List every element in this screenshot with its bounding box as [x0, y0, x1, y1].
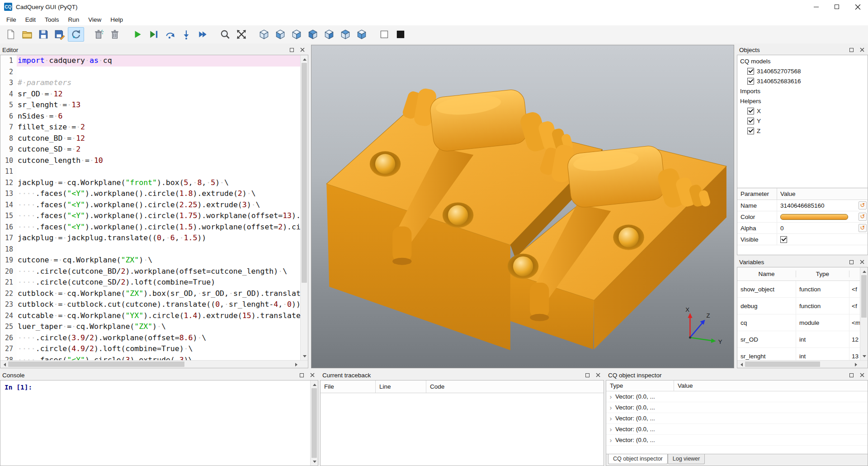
scrollbar-thumb[interactable]	[8, 361, 184, 367]
item-checkbox[interactable]	[747, 68, 754, 75]
item-checkbox[interactable]	[747, 118, 754, 124]
code-line[interactable]: 27····.circle(4.9/2).loft(combine=True)·…	[0, 343, 300, 355]
code-line[interactable]: 4sr_OD·=·12	[0, 89, 300, 100]
scroll-left-button[interactable]	[737, 361, 745, 368]
scroll-down-button[interactable]	[860, 352, 868, 360]
inspector-row[interactable]: ›Vector: (0.0, ...	[606, 402, 868, 413]
expand-icon[interactable]: ›	[606, 414, 615, 422]
save-button[interactable]	[35, 27, 52, 42]
view-left-button[interactable]	[305, 27, 321, 42]
scrollbar-thumb[interactable]	[861, 275, 867, 318]
shaded-button[interactable]	[392, 27, 409, 42]
maximize-button[interactable]	[826, 0, 847, 14]
editor-float-button[interactable]	[288, 46, 295, 53]
inspector-float-button[interactable]	[848, 371, 855, 379]
visible-checkbox[interactable]	[780, 236, 787, 243]
view-back-button[interactable]	[288, 27, 305, 42]
inspector-row[interactable]: ›Vector: (0.0, ...	[606, 424, 868, 435]
delete-button[interactable]	[107, 27, 123, 42]
console-close-button[interactable]	[309, 371, 316, 379]
variable-row[interactable]: sr_ODint12	[737, 331, 860, 348]
view-bottom-button[interactable]	[354, 27, 370, 42]
clear-all-button[interactable]	[90, 27, 107, 42]
code-line[interactable]: 24cutcable·=·cq.Workplane("YX").circle(1…	[0, 310, 300, 322]
variables-horizontal-scrollbar[interactable]	[737, 360, 868, 368]
code-line[interactable]: 5sr_lenght·=·13	[0, 100, 300, 111]
inspector-row[interactable]: ›Vector: (0.0, ...	[606, 413, 868, 424]
menu-edit[interactable]: Edit	[21, 15, 40, 24]
step-into-button[interactable]	[178, 27, 194, 42]
scroll-left-button[interactable]	[0, 361, 8, 368]
code-line[interactable]: 13····.faces("<Y").workplane().circle(1.…	[0, 188, 300, 200]
expand-icon[interactable]: ›	[606, 425, 615, 433]
property-row-alpha[interactable]: Alpha 0 ↺	[737, 223, 868, 234]
inspector-header-value[interactable]: Value	[674, 382, 868, 389]
tab-log-viewer[interactable]: Log viewer	[668, 454, 705, 464]
property-row-color[interactable]: Color ↺	[737, 211, 868, 223]
code-line[interactable]: 16····.faces("<Y").workplane().circle(1.…	[0, 222, 300, 233]
variable-row[interactable]: show_objectfunction<f	[737, 281, 860, 298]
render-button[interactable]	[129, 27, 146, 42]
item-checkbox[interactable]	[747, 78, 754, 85]
traceback-header-line[interactable]: Line	[376, 380, 426, 393]
scroll-up-button[interactable]	[860, 267, 868, 275]
editor-vertical-scrollbar[interactable]	[300, 55, 308, 360]
objects-float-button[interactable]	[848, 46, 855, 53]
properties-header-value[interactable]: Value	[777, 190, 868, 197]
menu-help[interactable]: Help	[106, 15, 127, 24]
traceback-header-code[interactable]: Code	[426, 380, 604, 393]
code-line[interactable]: 11	[0, 166, 300, 177]
item-checkbox[interactable]	[747, 128, 754, 134]
scrollbar-thumb[interactable]	[311, 388, 317, 458]
tree-item[interactable]: Imports	[737, 86, 868, 96]
variables-header-name[interactable]: Name	[737, 271, 796, 277]
scrollbar-thumb[interactable]	[745, 361, 820, 367]
traceback-header-file[interactable]: File	[321, 380, 376, 393]
code-line[interactable]: 14····.faces("<Y").workplane().circle(2.…	[0, 200, 300, 211]
tree-item[interactable]: 3140652683616	[737, 76, 868, 86]
scroll-right-button[interactable]	[292, 361, 300, 368]
expand-icon[interactable]: ›	[606, 393, 615, 400]
expand-icon[interactable]: ›	[606, 404, 615, 411]
variables-vertical-scrollbar[interactable]	[860, 267, 868, 360]
scroll-up-button[interactable]	[311, 380, 318, 388]
code-line[interactable]: 2	[0, 67, 300, 78]
menu-view[interactable]: View	[84, 15, 106, 24]
tree-item[interactable]: 3140652707568	[737, 66, 868, 76]
properties-header-parameter[interactable]: Parameter	[737, 188, 777, 200]
console-input[interactable]: In [1]:	[0, 380, 310, 466]
view-front-button[interactable]	[272, 27, 288, 42]
variable-row[interactable]: cqmodule<m	[737, 314, 860, 331]
code-line[interactable]: 26····.circle(3.9/2).workplane(offset=8.…	[0, 333, 300, 344]
tree-item[interactable]: Helpers	[737, 96, 868, 106]
property-row-name[interactable]: Name 3140646685160 ↺	[737, 200, 868, 211]
menu-run[interactable]: Run	[64, 15, 84, 24]
tab-cq-object-inspector[interactable]: CQ object inspector	[608, 454, 668, 464]
wireframe-button[interactable]	[376, 27, 392, 42]
scroll-down-button[interactable]	[311, 458, 318, 466]
inspector-header-type[interactable]: Type	[606, 380, 674, 391]
variable-row[interactable]: sr_lenghtint13	[737, 348, 860, 360]
open-file-button[interactable]	[19, 27, 35, 42]
traceback-close-button[interactable]	[594, 371, 602, 379]
code-line[interactable]: 10cutcone_length·=·10	[0, 155, 300, 166]
variables-header-type[interactable]: Type	[796, 271, 849, 277]
code-line[interactable]: 7fillet_size·=·2	[0, 122, 300, 133]
reset-icon[interactable]: ↺	[859, 224, 867, 232]
console-vertical-scrollbar[interactable]	[310, 380, 318, 466]
view-top-button[interactable]	[337, 27, 354, 42]
autoreload-toggle-button[interactable]	[68, 27, 84, 42]
code-line[interactable]: 23cutblock·=·cutblock.cut(cutcone).trans…	[0, 299, 300, 310]
minimize-button[interactable]	[806, 0, 826, 14]
debug-button[interactable]	[146, 27, 162, 42]
code-line[interactable]: 9cutcone_SD·=·2	[0, 144, 300, 155]
code-line[interactable]: 20····.circle(cutcone_BD/2).workplane(of…	[0, 266, 300, 277]
view-iso-button[interactable]	[256, 27, 272, 42]
close-button[interactable]	[847, 0, 868, 14]
traceback-float-button[interactable]	[584, 371, 591, 379]
inspector-close-button[interactable]	[859, 371, 866, 379]
reset-icon[interactable]: ↺	[859, 213, 867, 221]
code-line[interactable]: 19cutcone·=·cq.Workplane("ZX")·\	[0, 255, 300, 266]
objects-close-button[interactable]	[859, 46, 866, 53]
code-line[interactable]: 25luer_taper·=·cq.Workplane("ZX")·\	[0, 321, 300, 333]
